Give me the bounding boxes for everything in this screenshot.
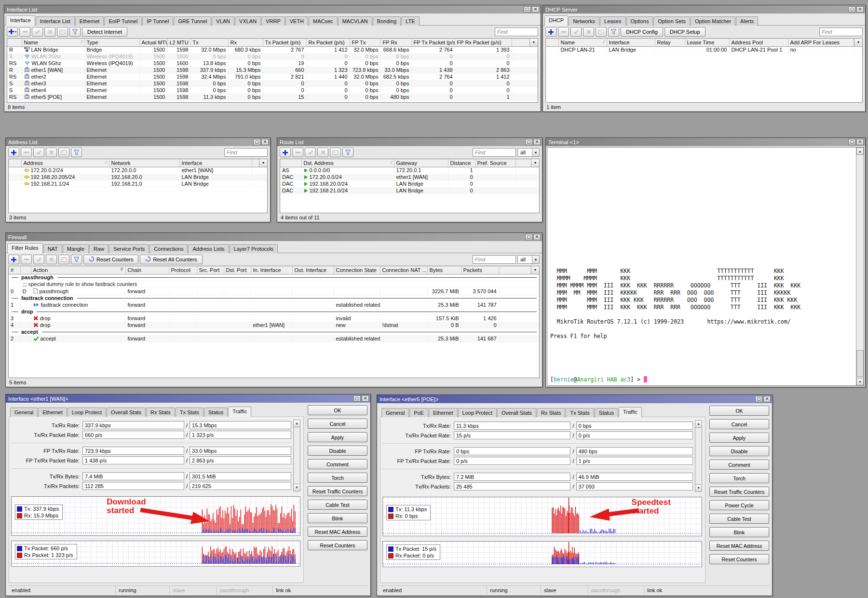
titlebar[interactable]: Interface List ▢✕ xyxy=(4,5,541,14)
dialog-button[interactable]: Reset Traffic Counters xyxy=(308,486,367,496)
find-input[interactable] xyxy=(473,255,516,264)
field-value[interactable]: 1 p/s xyxy=(576,457,693,465)
field-value[interactable]: 7.4 MiB xyxy=(82,472,184,480)
comment-button[interactable] xyxy=(58,255,69,264)
column-select-button[interactable]: ▼ xyxy=(531,266,539,274)
titlebar[interactable]: Terminal <1> ▢✕ xyxy=(546,138,865,146)
maximize-icon[interactable]: ▢ xyxy=(525,234,532,240)
tab[interactable]: NAT xyxy=(43,244,62,253)
tab[interactable]: Status xyxy=(204,408,228,417)
column-select-button[interactable]: ▼ xyxy=(529,39,538,47)
disable-button[interactable] xyxy=(46,148,57,157)
tab[interactable]: Ethernet xyxy=(429,408,458,417)
disable-button[interactable] xyxy=(46,255,57,264)
close-icon[interactable]: ✕ xyxy=(261,139,269,145)
column-header[interactable] xyxy=(546,39,558,46)
dialog-button[interactable]: OK xyxy=(308,405,367,415)
table-row[interactable]: S ether4 Ethernet 1500 1598 0 bps 0 bps … xyxy=(7,87,538,94)
filter-scope-select[interactable]: all▼ xyxy=(517,148,540,157)
tab[interactable]: Alerts xyxy=(736,16,758,26)
close-icon[interactable]: ✕ xyxy=(362,395,369,402)
column-select-button[interactable]: ▼ xyxy=(259,159,267,167)
column-header[interactable]: Src. Port xyxy=(197,266,224,274)
table-row[interactable]: R LAN Bridge Bridge 1500 1598 32.0 Mbps … xyxy=(7,46,538,53)
column-header[interactable]: Tx Packet (p/s) xyxy=(263,39,306,46)
tab[interactable]: Interface xyxy=(6,15,35,26)
dialog-button[interactable]: Disable xyxy=(308,446,367,456)
comment-button[interactable] xyxy=(58,148,69,157)
table-row[interactable]: RS ether5 [POE] Ethernet 1500 1598 11.3 … xyxy=(7,94,538,100)
tab[interactable]: General xyxy=(10,408,38,417)
tab[interactable]: MACVLAN xyxy=(338,16,372,26)
table-row[interactable]: 2 accept forward established related 25.… xyxy=(9,335,539,342)
table-row[interactable]: 192.168.21.1/24 192.168.21.0LAN Bridge xyxy=(9,180,267,187)
remove-button[interactable] xyxy=(292,148,303,157)
column-header[interactable]: Lease Time xyxy=(685,39,729,46)
dialog-button[interactable]: Torch xyxy=(308,473,367,483)
titlebar[interactable]: Interface <ether1 [WAN]> ▢✕ xyxy=(6,394,370,403)
scroll-up-icon[interactable]: ▲ xyxy=(294,420,300,427)
column-header[interactable]: Address Pool xyxy=(729,39,788,46)
column-header[interactable]: FP Rx xyxy=(380,39,411,46)
terminal-scrollbar[interactable]: ▲ ▼ xyxy=(856,148,864,385)
column-header[interactable]: Dst. Port xyxy=(224,266,251,274)
dialog-button[interactable]: Apply xyxy=(308,432,367,442)
tab[interactable]: Rx Stats xyxy=(537,408,566,417)
filter-button[interactable] xyxy=(71,255,82,264)
field-value[interactable]: 0 bps xyxy=(454,447,570,455)
column-header[interactable]: Rx Packet (p/s) xyxy=(306,39,350,46)
titlebar[interactable]: Route List ▢✕ xyxy=(277,138,542,146)
tab[interactable]: GRE Tunnel xyxy=(174,16,211,26)
tab[interactable]: MACsec xyxy=(309,16,338,26)
tab[interactable]: DHCP xyxy=(544,15,568,26)
field-value[interactable]: 15 p/s xyxy=(454,431,570,439)
close-icon[interactable]: ✕ xyxy=(856,6,864,13)
dialog-button[interactable]: Cable Test xyxy=(709,514,769,524)
column-header[interactable]: Gateway xyxy=(394,159,448,167)
column-header[interactable]: Action∇ xyxy=(31,266,125,274)
find-input[interactable] xyxy=(224,148,268,157)
field-value[interactable]: 25 485 xyxy=(454,482,570,490)
maximize-icon[interactable]: ▢ xyxy=(525,139,532,145)
terminal-screen[interactable]: MMM MMM KKK TTTTTTTTTTT KKK MMMM MMMM KK… xyxy=(547,147,864,386)
column-header[interactable] xyxy=(7,39,22,46)
column-header[interactable]: Type xyxy=(84,39,139,46)
column-header[interactable]: Chain xyxy=(125,266,169,274)
field-value[interactable]: 1 323 p/s xyxy=(190,431,291,439)
panel-scrollbar[interactable]: ▲▼ xyxy=(293,420,300,491)
tab[interactable]: VLAN xyxy=(212,16,234,26)
dialog-button[interactable]: Reset Traffic Counters xyxy=(709,487,769,497)
field-value[interactable]: 11.3 kbps xyxy=(454,421,570,430)
remove-button[interactable] xyxy=(19,27,30,37)
column-header[interactable]: Actual MTU xyxy=(139,39,167,46)
tab[interactable]: VRRP xyxy=(261,16,285,26)
close-icon[interactable]: ✕ xyxy=(763,396,771,402)
remove-button[interactable] xyxy=(21,255,32,264)
table-row[interactable]: X WLAN 2Ghz Wireless (IPQ4019) 1500 1600… xyxy=(7,53,538,60)
column-header[interactable]: Packets xyxy=(461,266,499,274)
maximize-icon[interactable]: ▢ xyxy=(353,395,361,402)
field-value[interactable]: 301.5 MiB xyxy=(190,472,291,480)
tab[interactable]: Bonding xyxy=(373,16,401,26)
tab[interactable]: Loop Protect xyxy=(458,408,497,417)
tab[interactable]: Traffic xyxy=(619,407,642,417)
tab[interactable]: Ethernet xyxy=(75,16,104,26)
close-icon[interactable]: ✕ xyxy=(856,139,864,145)
enable-button[interactable] xyxy=(33,148,44,157)
table-row[interactable]: RS ether2 Ethernet 1500 1598 32.4 Mbps 7… xyxy=(7,73,538,80)
tab[interactable]: Networks xyxy=(569,16,599,26)
column-header[interactable]: L2 MTU xyxy=(167,39,190,46)
scroll-down-icon[interactable]: ▼ xyxy=(294,484,300,491)
column-header[interactable]: Pref. Source xyxy=(475,159,515,167)
maximize-icon[interactable]: ▢ xyxy=(848,139,855,145)
field-value[interactable]: 37 093 xyxy=(576,482,693,490)
tab[interactable]: Tx Stats xyxy=(176,408,203,417)
tab[interactable]: Address Lists xyxy=(188,244,229,253)
column-header[interactable]: Name∕ xyxy=(22,39,84,46)
column-header[interactable]: Dst. Address∕ xyxy=(301,159,394,167)
field-value[interactable]: 0 p/s xyxy=(576,431,693,439)
column-header[interactable] xyxy=(280,159,301,167)
comment-button[interactable] xyxy=(57,27,68,37)
remove-button[interactable] xyxy=(21,148,32,157)
tab[interactable]: Loop Protect xyxy=(68,408,106,417)
